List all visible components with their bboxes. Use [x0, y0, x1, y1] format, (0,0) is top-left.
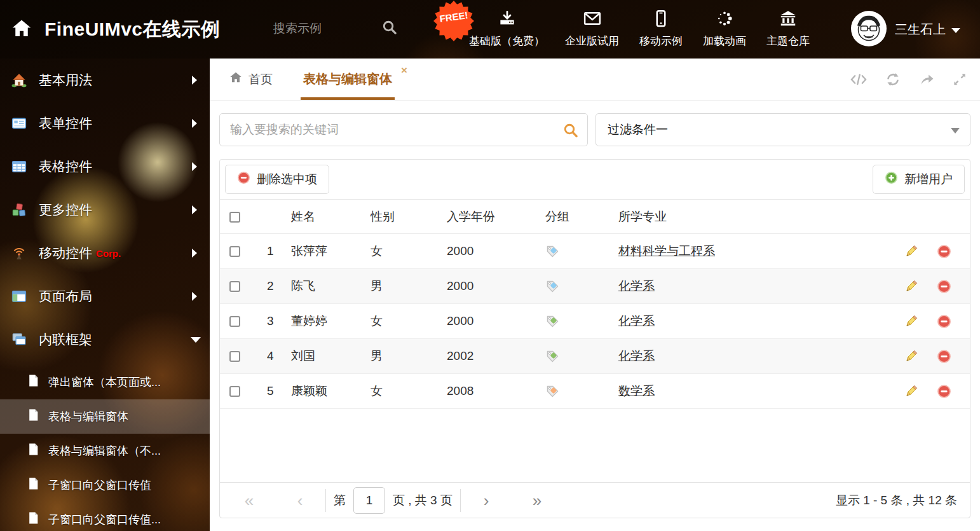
page-prefix: 第	[334, 492, 346, 509]
sidebar-item[interactable]: 内联框架	[0, 318, 210, 361]
tag-icon	[545, 244, 560, 259]
delete-icon[interactable]	[937, 349, 951, 364]
row-checkbox[interactable]	[229, 351, 240, 362]
cell-name: 康颖颖	[285, 374, 364, 409]
delete-icon[interactable]	[937, 279, 951, 294]
chevron-icon	[192, 249, 197, 258]
chevron-down-icon	[951, 128, 960, 134]
next-page-button[interactable]: ›	[461, 492, 512, 509]
cell-gender: 女	[364, 304, 440, 339]
sidebar-subitem[interactable]: 子窗口向父窗口传值...	[0, 502, 210, 531]
page-icon	[27, 511, 40, 528]
corp-badge: Corp.	[96, 248, 121, 259]
edit-icon[interactable]	[904, 244, 918, 259]
table-row[interactable]: 3 董婷婷 女 2000 化学系	[220, 304, 970, 339]
header-search-icon[interactable]	[381, 19, 398, 38]
record-count-summary: 显示 1 - 5 条 , 共 12 条	[836, 492, 966, 509]
delete-icon[interactable]	[937, 384, 951, 399]
cell-group	[542, 234, 612, 269]
mobile-icon	[651, 9, 670, 31]
sidebar-item[interactable]: 页面布局	[0, 275, 210, 318]
tab-home-label: 首页	[248, 71, 273, 88]
search-icon[interactable]	[562, 122, 579, 141]
delete-circle-icon	[237, 171, 250, 188]
sidebar-item[interactable]: 表单控件	[0, 102, 210, 145]
house-icon	[11, 72, 29, 88]
row-checkbox[interactable]	[229, 281, 240, 292]
row-index: 4	[249, 339, 285, 374]
major-link[interactable]: 化学系	[618, 349, 655, 362]
header-nav-item[interactable]: 基础版（免费）	[459, 9, 555, 48]
sidebar-item[interactable]: 基本用法	[0, 59, 210, 102]
cell-name: 董婷婷	[285, 304, 364, 339]
edit-icon[interactable]	[904, 279, 918, 294]
row-checkbox[interactable]	[229, 316, 240, 327]
major-link[interactable]: 数学系	[618, 384, 655, 397]
tab-close-icon[interactable]: ×	[401, 65, 407, 76]
col-header-actions	[894, 200, 970, 234]
edit-icon[interactable]	[904, 314, 918, 329]
header-search-input[interactable]	[272, 18, 371, 39]
delete-icon[interactable]	[937, 314, 951, 329]
sidebar: 基本用法 表单控件 表格控件 更多控件 移动控件 Corp. 页面布局 内联框架…	[0, 59, 210, 531]
chevron-icon	[192, 292, 197, 301]
code-icon[interactable]	[850, 71, 868, 88]
tab-grid-edit-window[interactable]: 表格与编辑窗体 ×	[303, 59, 392, 100]
table-row[interactable]: 1 张萍萍 女 2000 材料科学与工程系	[220, 234, 970, 269]
refresh-icon[interactable]	[885, 71, 901, 88]
major-link[interactable]: 化学系	[618, 279, 655, 293]
forward-icon[interactable]	[918, 71, 935, 88]
row-checkbox[interactable]	[229, 246, 240, 257]
cell-group	[542, 374, 612, 409]
cell-gender: 男	[364, 269, 440, 304]
table-header-row: 姓名 性别 入学年份 分组 所学专业	[220, 200, 970, 234]
major-link[interactable]: 材料科学与工程系	[618, 244, 715, 258]
page-suffix: 页 , 共 3 页	[393, 492, 453, 509]
filter-dropdown[interactable]: 过滤条件一	[595, 113, 970, 146]
keyword-search-input[interactable]	[220, 114, 587, 146]
prev-page-button[interactable]: ‹	[275, 492, 325, 509]
sidebar-subitem[interactable]: 表格与编辑窗体（不...	[0, 434, 210, 468]
header-nav-item[interactable]: 加载动画	[693, 9, 756, 48]
col-header-index	[249, 200, 285, 234]
sidebar-subitem[interactable]: 子窗口向父窗口传值	[0, 468, 210, 502]
table-row[interactable]: 4 刘国 男 2002 化学系	[220, 339, 970, 374]
delete-selected-button[interactable]: 删除选中项	[225, 165, 329, 194]
col-header-group: 分组	[542, 200, 612, 234]
home-icon[interactable]	[10, 17, 33, 43]
chevron-down-icon	[951, 28, 960, 33]
first-page-button[interactable]: «	[224, 492, 275, 509]
row-checkbox[interactable]	[229, 386, 240, 397]
page-number-input[interactable]	[353, 487, 385, 514]
major-link[interactable]: 化学系	[618, 314, 655, 328]
top-header: FineUIMvc在线示例 FREE! 基础版（免费） 企业版试用 移动示例 加…	[0, 0, 980, 59]
sidebar-subitem[interactable]: 弹出窗体（本页面或...	[0, 365, 210, 399]
table-row[interactable]: 2 陈飞 男 2000 化学系	[220, 269, 970, 304]
delete-icon[interactable]	[937, 244, 951, 259]
table-empty-space	[220, 409, 970, 482]
table-row[interactable]: 5 康颖颖 女 2008 数学系	[220, 374, 970, 409]
cell-year: 2002	[440, 339, 542, 374]
user-menu[interactable]: 三生石上	[895, 21, 960, 38]
tab-active-label: 表格与编辑窗体	[303, 71, 392, 88]
sidebar-item[interactable]: 表格控件	[0, 145, 210, 188]
avatar[interactable]	[850, 10, 887, 47]
tab-home[interactable]: 首页	[229, 59, 273, 100]
select-all-checkbox[interactable]	[229, 212, 240, 223]
add-user-button[interactable]: 新增用户	[873, 165, 965, 194]
sidebar-item[interactable]: 移动控件 Corp.	[0, 231, 210, 275]
sidebar-subitem[interactable]: 表格与编辑窗体	[0, 399, 210, 434]
cell-gender: 女	[364, 234, 440, 269]
cell-year: 2000	[440, 269, 542, 304]
header-nav-item[interactable]: 主题仓库	[756, 9, 820, 48]
sidebar-item[interactable]: 更多控件	[0, 188, 210, 231]
edit-icon[interactable]	[904, 384, 918, 399]
header-nav-item[interactable]: 移动示例	[629, 9, 693, 48]
frames-icon	[11, 332, 29, 347]
col-header-name: 姓名	[285, 200, 364, 234]
edit-icon[interactable]	[904, 349, 918, 364]
last-page-button[interactable]: »	[512, 492, 562, 509]
grid-icon	[11, 159, 29, 174]
expand-icon[interactable]	[952, 72, 967, 87]
header-nav-item[interactable]: 企业版试用	[555, 9, 629, 48]
